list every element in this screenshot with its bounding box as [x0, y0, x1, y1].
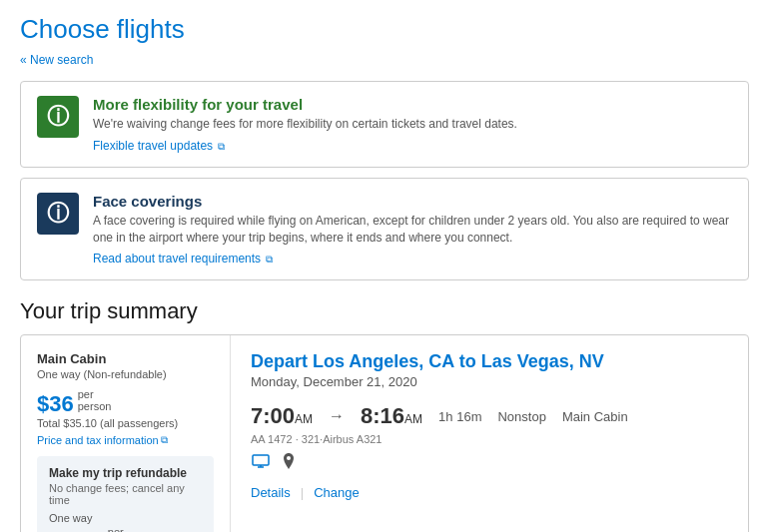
trip-right-panel: Depart Los Angeles, CA to Las Vegas, NV …: [231, 335, 748, 532]
tax-external-icon: ⧉: [161, 434, 168, 446]
svg-rect-0: [253, 455, 269, 465]
new-search-link[interactable]: « New search: [20, 53, 93, 67]
details-bar: Details | Change: [251, 485, 728, 500]
tax-info-link[interactable]: Price and tax information ⧉: [37, 434, 168, 446]
flight-duration: 1h 16m: [438, 409, 481, 424]
external-link-icon-2: ⧉: [266, 254, 273, 265]
face-coverings-title: Face coverings: [93, 193, 732, 210]
svg-point-3: [287, 456, 291, 460]
flight-nonstop: Nonstop: [497, 409, 545, 424]
travel-requirements-link[interactable]: Read about travel requirements ⧉: [93, 252, 273, 266]
flight-info: AA 1472 · 321·Airbus A321: [251, 433, 728, 445]
depart-title: Depart Los Angeles, CA to Las Vegas, NV: [251, 351, 728, 372]
cabin-label: Main Cabin: [37, 351, 214, 366]
flexibility-icon: ⓘ: [37, 96, 79, 138]
screen-icon: [251, 451, 271, 471]
face-coverings-icon: ⓘ: [37, 193, 79, 235]
change-link[interactable]: Change: [314, 485, 360, 500]
trip-left-panel: Main Cabin One way (Non-refundable) $ 36…: [21, 335, 231, 532]
refundable-way: One way: [49, 512, 202, 524]
flexibility-banner: ⓘ More flexibility for your travel We're…: [20, 81, 749, 168]
flight-times-row: 7:00AM → 8:16AM 1h 16m Nonstop Main Cabi…: [251, 403, 728, 429]
external-link-icon: ⧉: [218, 141, 225, 152]
details-link[interactable]: Details: [251, 485, 291, 500]
flight-amenity-icons: [251, 451, 728, 471]
refundable-subtitle: No change fees; cancel any time: [49, 482, 202, 506]
flight-arrow: →: [329, 407, 345, 425]
flight-cabin-class: Main Cabin: [562, 409, 628, 424]
depart-time: 7:00AM: [251, 403, 313, 429]
face-coverings-banner: ⓘ Face coverings A face covering is requ…: [20, 178, 749, 281]
price-dollar-sign: $: [37, 393, 49, 415]
depart-date: Monday, December 21, 2020: [251, 374, 728, 389]
face-coverings-text: A face covering is required while flying…: [93, 213, 732, 247]
details-separator: |: [301, 485, 304, 500]
price-amount: 36: [49, 393, 73, 415]
refundable-per: perperson: [108, 526, 142, 532]
location-pin-icon: [279, 451, 299, 471]
flexibility-link[interactable]: Flexible travel updates ⧉: [93, 139, 225, 153]
page-title: Choose flights: [20, 14, 749, 45]
one-way-label: One way (Non-refundable): [37, 368, 214, 380]
arrive-time: 8:16AM: [361, 403, 422, 429]
price-total: Total $35.10 (all passengers): [37, 417, 214, 429]
refundable-title: Make my trip refundable: [49, 466, 202, 480]
face-coverings-content: Face coverings A face covering is requir…: [93, 193, 732, 266]
refundable-box: Make my trip refundable No change fees; …: [37, 456, 214, 532]
flexibility-title: More flexibility for your travel: [93, 96, 517, 113]
trip-summary-heading: Your trip summary: [20, 298, 749, 324]
flexibility-text: We're waiving change fees for more flexi…: [93, 116, 517, 133]
flexibility-content: More flexibility for your travel We're w…: [93, 96, 517, 153]
price-per-label: perperson: [78, 388, 112, 412]
trip-card: Main Cabin One way (Non-refundable) $ 36…: [20, 334, 749, 532]
